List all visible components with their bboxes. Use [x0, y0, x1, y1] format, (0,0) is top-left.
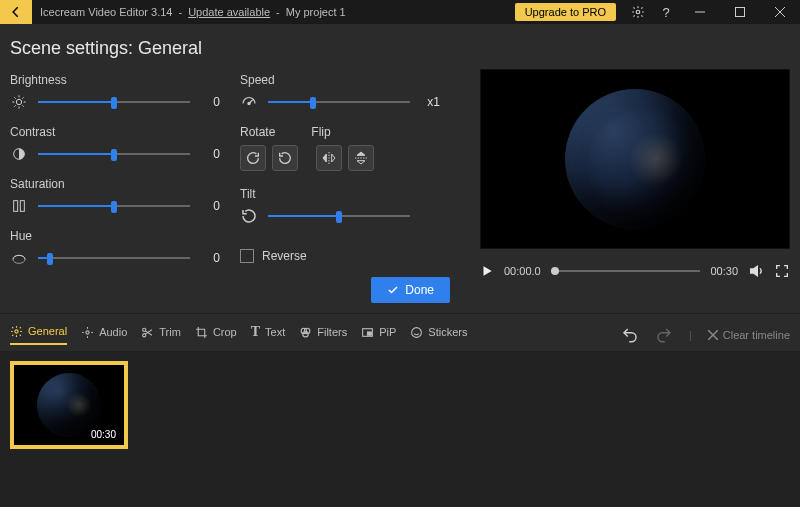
svg-point-20 [412, 327, 422, 337]
video-preview [480, 69, 790, 249]
update-available-link[interactable]: Update available [188, 6, 270, 18]
tab-filters[interactable]: Filters [299, 326, 347, 344]
arrow-left-icon [9, 5, 23, 19]
tilt-label: Tilt [240, 187, 440, 201]
svg-rect-19 [368, 331, 372, 334]
reverse-label: Reverse [262, 249, 307, 263]
svg-rect-7 [14, 201, 18, 212]
svg-point-12 [86, 330, 89, 333]
separator: - [276, 6, 280, 18]
close-button[interactable] [760, 0, 800, 24]
gear-icon [10, 325, 23, 338]
speed-slider[interactable] [268, 95, 410, 109]
svg-point-5 [16, 99, 21, 104]
flip-vertical-button[interactable] [348, 145, 374, 171]
undo-button[interactable] [621, 326, 639, 344]
upgrade-pro-button[interactable]: Upgrade to PRO [515, 3, 616, 21]
redo-button[interactable] [655, 326, 673, 344]
svg-rect-8 [20, 201, 24, 212]
hue-slider[interactable] [38, 251, 190, 265]
audio-icon [81, 326, 94, 339]
svg-point-10 [248, 102, 250, 104]
play-button[interactable] [480, 264, 494, 278]
preview-content [565, 89, 705, 229]
timeline-clip[interactable]: 00:30 [10, 361, 128, 449]
app-name: Icecream Video Editor 3.14 [40, 6, 172, 18]
crop-icon [195, 326, 208, 339]
scissors-icon [141, 326, 154, 339]
done-button[interactable]: Done [371, 277, 450, 303]
text-icon: T [251, 324, 260, 340]
svg-point-11 [15, 329, 18, 332]
hue-label: Hue [10, 229, 220, 243]
fullscreen-button[interactable] [774, 263, 790, 279]
svg-point-17 [303, 331, 308, 336]
maximize-button[interactable] [720, 0, 760, 24]
rotate-label: Rotate [240, 125, 275, 139]
contrast-slider[interactable] [38, 147, 190, 161]
reverse-checkbox[interactable] [240, 249, 254, 263]
pip-icon [361, 326, 374, 339]
player-duration: 00:30 [710, 265, 738, 277]
sticker-icon [410, 326, 423, 339]
contrast-icon [10, 145, 28, 163]
speed-icon [240, 93, 258, 111]
tab-text[interactable]: T Text [251, 324, 286, 345]
settings-icon[interactable] [624, 0, 652, 24]
page-title: Scene settings: General [0, 24, 800, 67]
tilt-icon [240, 207, 258, 225]
saturation-value: 0 [200, 199, 220, 213]
tab-general[interactable]: General [10, 325, 67, 345]
tab-audio[interactable]: Audio [81, 326, 127, 344]
speed-label: Speed [240, 73, 440, 87]
back-button[interactable] [0, 0, 32, 24]
clip-duration: 00:30 [87, 428, 120, 441]
clear-timeline-button[interactable]: Clear timeline [708, 329, 790, 341]
contrast-value: 0 [200, 147, 220, 161]
title-text-group: Icecream Video Editor 3.14 - Update avai… [40, 6, 346, 18]
tab-pip[interactable]: PiP [361, 326, 396, 344]
saturation-icon [10, 197, 28, 215]
rotate-ccw-button[interactable] [272, 145, 298, 171]
contrast-label: Contrast [10, 125, 220, 139]
tab-trim[interactable]: Trim [141, 326, 181, 344]
tab-crop[interactable]: Crop [195, 326, 237, 344]
brightness-label: Brightness [10, 73, 220, 87]
title-bar: Icecream Video Editor 3.14 - Update avai… [0, 0, 800, 24]
seek-bar[interactable] [551, 266, 701, 276]
tilt-slider[interactable] [268, 209, 410, 223]
help-icon[interactable]: ? [652, 0, 680, 24]
check-icon [387, 284, 399, 296]
project-name: My project 1 [286, 6, 346, 18]
hue-icon [10, 249, 28, 267]
rotate-cw-button[interactable] [240, 145, 266, 171]
close-icon [708, 330, 718, 340]
saturation-slider[interactable] [38, 199, 190, 213]
svg-rect-2 [736, 8, 745, 17]
tab-strip: General Audio Trim Crop T Text Filters P… [0, 313, 800, 351]
flip-horizontal-button[interactable] [316, 145, 342, 171]
speed-value: x1 [420, 95, 440, 109]
separator: - [178, 6, 182, 18]
timeline[interactable]: 00:30 [0, 351, 800, 507]
volume-button[interactable] [748, 263, 764, 279]
brightness-slider[interactable] [38, 95, 190, 109]
svg-point-0 [636, 10, 640, 14]
tab-stickers[interactable]: Stickers [410, 326, 467, 344]
minimize-button[interactable] [680, 0, 720, 24]
saturation-label: Saturation [10, 177, 220, 191]
brightness-value: 0 [200, 95, 220, 109]
hue-value: 0 [200, 251, 220, 265]
brightness-icon [10, 93, 28, 111]
flip-label: Flip [311, 125, 330, 139]
player-current-time: 00:00.0 [504, 265, 541, 277]
filters-icon [299, 326, 312, 339]
done-label: Done [405, 283, 434, 297]
